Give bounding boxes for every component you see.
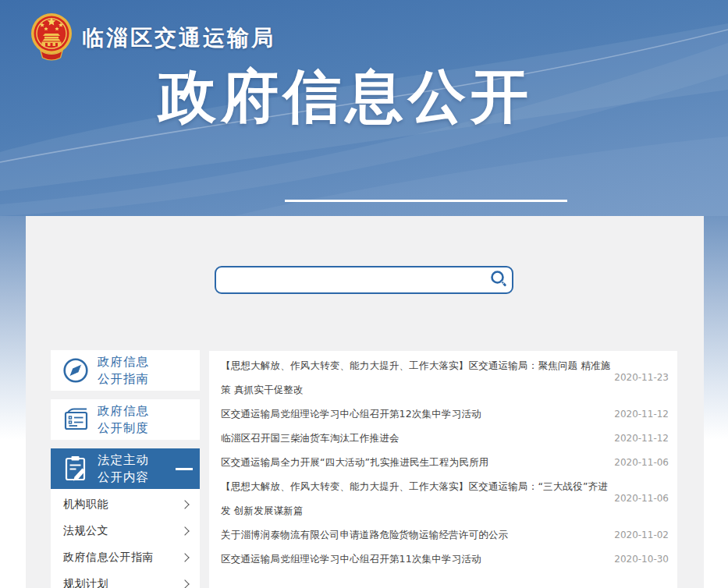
page-banner: 临淄区交通运输局 政府信息公开 [0, 0, 728, 216]
news-title-link[interactable]: 区交通运输局党组理论学习中心组召开第12次集中学习活动 [221, 402, 614, 426]
sidebar-item-label: 政府信息 公开制度 [98, 402, 149, 437]
news-date: 2020-11-06 [614, 493, 669, 504]
news-list-item[interactable]: 临淄区召开国三柴油货车淘汰工作推进会 2020-11-12 [209, 426, 677, 450]
news-title-link[interactable]: 区交通运输局党组理论学习中心组召开第11次集中学习活动 [221, 547, 614, 571]
content-panel: 政府信息 公开指南 政府信息 公开制度 [26, 216, 704, 588]
news-list-item[interactable]: 区交通运输局党组理论学习中心组召开第12次集中学习活动 2020-11-12 [209, 402, 677, 426]
news-title-link[interactable]: 关于淄博润泰物流有限公司申请道路危险货物运输经营许可的公示 [221, 522, 614, 547]
news-title-link[interactable]: 【思想大解放、作风大转变、能力大提升、工作大落实】区交通运输局：聚焦问题 精准施… [221, 353, 614, 402]
news-list: 【思想大解放、作风大转变、能力大提升、工作大落实】区交通运输局：聚焦问题 精准施… [209, 351, 677, 588]
news-title-link[interactable]: 区交通运输局全力开展“四大活动”扎实推进民生工程为民所用 [221, 450, 614, 474]
search-button[interactable] [485, 267, 512, 292]
national-emblem-icon [30, 12, 73, 64]
page-title: 政府信息公开 [158, 66, 533, 126]
news-date: 2020-11-02 [614, 530, 669, 540]
ledger-icon [61, 405, 91, 434]
news-date: 2020-11-06 [614, 457, 669, 468]
chevron-right-icon [180, 579, 189, 588]
clipboard-pen-icon [61, 454, 91, 484]
news-list-item[interactable]: 关于淄博润泰物流有限公司申请道路危险货物运输经营许可的公示 2020-11-02 [209, 522, 677, 547]
news-title-link[interactable]: 【思想大解放、作风大转变、能力大提升、工作大落实】区交通运输局：“三大战役”齐进… [221, 474, 614, 522]
news-date: 2020-11-23 [614, 372, 669, 383]
sidebar-submenu: 机构职能 法规公文 政府信息公开指南 规划计划 [51, 489, 200, 588]
submenu-item-gov-info-guide[interactable]: 政府信息公开指南 [51, 544, 200, 571]
sidebar: 政府信息 公开指南 政府信息 公开制度 [51, 350, 200, 588]
title-underline [285, 200, 567, 202]
news-list-item[interactable]: 【思想大解放、作风大转变、能力大提升、工作大落实】区交通运输局：“三大战役”齐进… [209, 474, 677, 522]
site-logo-row: 临淄区交通运输局 [30, 12, 275, 64]
collapse-minus-icon [176, 468, 193, 470]
site-name: 临淄区交通运输局 [82, 23, 275, 53]
news-title-link[interactable]: 临淄区召开国三柴油货车淘汰工作推进会 [221, 426, 614, 450]
news-list-item[interactable]: 区交通运输局党组理论学习中心组召开第11次集中学习活动 2020-10-30 [209, 547, 677, 571]
sidebar-item-label: 法定主动 公开内容 [98, 452, 149, 487]
sidebar-item-gov-info-guide[interactable]: 政府信息 公开指南 [51, 350, 200, 391]
news-date: 2020-10-30 [614, 554, 669, 565]
chevron-right-icon [180, 553, 189, 561]
chevron-right-icon [180, 526, 189, 535]
search-icon [489, 270, 508, 291]
submenu-item-org-functions[interactable]: 机构职能 [51, 491, 200, 518]
submenu-item-regulations[interactable]: 法规公文 [51, 518, 200, 544]
sidebar-item-gov-info-system[interactable]: 政府信息 公开制度 [51, 399, 200, 440]
sidebar-item-label: 政府信息 公开指南 [98, 353, 149, 388]
submenu-item-planning[interactable]: 规划计划 [51, 571, 200, 588]
news-list-item[interactable]: 区交通运输局全力开展“四大活动”扎实推进民生工程为民所用 2020-11-06 [209, 450, 677, 474]
news-list-item[interactable]: 【思想大解放、作风大转变、能力大提升、工作大落实】区交通运输局：聚焦问题 精准施… [209, 353, 677, 402]
search-box [215, 266, 513, 294]
news-date: 2020-11-12 [614, 409, 669, 420]
news-date: 2020-11-12 [614, 433, 669, 444]
chevron-right-icon [180, 500, 189, 508]
compass-icon [61, 356, 91, 385]
sidebar-item-statutory-disclosure[interactable]: 法定主动 公开内容 [51, 448, 200, 489]
search-input[interactable] [216, 267, 485, 292]
